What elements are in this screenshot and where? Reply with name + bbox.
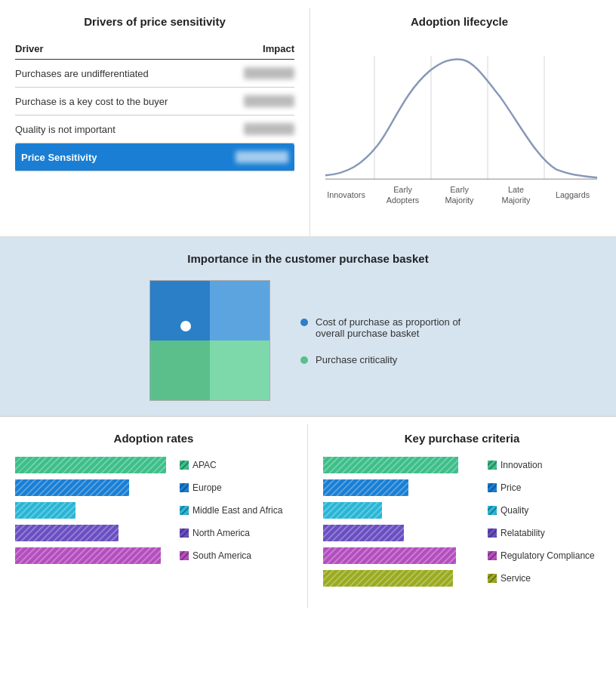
bar-hatch [323, 502, 382, 519]
legend-items: Cost of purchase as proportion of overal… [300, 316, 467, 365]
purchase-panel: Key purchase criteria Innovation Price [308, 424, 616, 608]
bar-row: Europe [15, 479, 292, 496]
bar [323, 525, 404, 541]
bar-label: Quality [488, 505, 528, 516]
bar [15, 525, 119, 541]
bar-row: Middle East and Africa [15, 502, 292, 519]
bar-wrapper [323, 457, 482, 473]
bar-swatch [180, 528, 189, 538]
bar-swatch [180, 461, 189, 470]
bar-swatch [180, 506, 189, 515]
bar-wrapper [15, 502, 174, 519]
table-row: Purchases are undifferentiated Medium [15, 60, 294, 88]
bar-wrapper [323, 525, 482, 541]
bar-row: South America [15, 547, 292, 564]
quadrant-bottom-left [150, 340, 210, 400]
bar-hatch [15, 457, 166, 473]
price-sensitivity-impact: Medium [217, 143, 294, 171]
table-row: Purchase is a key cost to the buyer Medi… [15, 88, 294, 116]
price-sensitivity-label: Price Sensitivity [15, 143, 217, 171]
legend-text: Purchase criticality [316, 354, 397, 365]
bar-swatch [180, 551, 189, 560]
legend-item: Purchase criticality [300, 354, 467, 365]
driver-impact: Medium [217, 60, 294, 88]
bar [15, 479, 129, 496]
bar-label: Price [488, 482, 521, 493]
bar-label: Middle East and Africa [180, 505, 282, 516]
adoption-title: Adoption rates [15, 432, 292, 445]
drivers-panel: Drivers of price sensitivity Driver Impa… [0, 8, 310, 236]
bar-hatch [323, 479, 408, 496]
bar-row: Regulatory Compliance [323, 547, 601, 564]
lifecycle-panel: Adoption lifecycle Innovators Early Adop… [310, 8, 616, 236]
quadrant-top-left [150, 281, 210, 340]
bar-swatch [180, 483, 189, 492]
bar-row: APAC [15, 457, 292, 473]
bar-wrapper [15, 525, 174, 541]
bar-swatch [488, 506, 497, 515]
bar-wrapper [15, 479, 174, 496]
bar-wrapper [323, 570, 482, 587]
bar-label: South America [180, 550, 251, 561]
driver-name: Quality is not important [15, 116, 217, 143]
bar-hatch [323, 525, 404, 541]
bar-hatch [15, 479, 129, 496]
bar-swatch [488, 461, 497, 470]
legend-dot [300, 319, 308, 326]
bar-wrapper [323, 502, 482, 519]
svg-text:Late: Late [508, 185, 524, 194]
bar-hatch [323, 547, 456, 564]
driver-name: Purchase is a key cost to the buyer [15, 88, 217, 116]
importance-section: Importance in the customer purchase bask… [0, 237, 616, 417]
quadrant-chart [149, 280, 270, 401]
table-row: Quality is not important Medium [15, 116, 294, 143]
bar-swatch [488, 551, 497, 560]
bar-label: Relatability [488, 528, 545, 538]
bar-text: Price [500, 482, 521, 493]
col-driver: Driver [15, 40, 217, 60]
importance-content: Cost of purchase as proportion of overal… [23, 280, 593, 401]
bar-hatch [323, 457, 458, 473]
drivers-title: Drivers of price sensitivity [15, 15, 294, 28]
svg-text:Early: Early [450, 185, 469, 194]
svg-text:Early: Early [393, 185, 412, 194]
bar [323, 457, 458, 473]
bar-label: Regulatory Compliance [488, 550, 595, 561]
driver-impact: Medium [217, 88, 294, 116]
quadrant-bottom-right [210, 340, 270, 400]
legend-item: Cost of purchase as proportion of overal… [300, 316, 467, 339]
quadrant-dot [180, 321, 191, 331]
driver-name: Purchases are undifferentiated [15, 60, 217, 88]
purchase-chart: Innovation Price Quality [323, 457, 601, 587]
bar-text: Middle East and Africa [192, 505, 282, 516]
bar-text: Innovation [500, 460, 542, 470]
bar-row: Innovation [323, 457, 601, 473]
lifecycle-title: Adoption lifecycle [318, 15, 601, 28]
svg-text:Innovators: Innovators [327, 190, 365, 199]
adoption-chart: APAC Europe Middle East and Africa [15, 457, 292, 564]
bar-row: Price [323, 479, 601, 496]
bar-label: APAC [180, 460, 217, 470]
purchase-title: Key purchase criteria [323, 432, 601, 445]
bar-row: Quality [323, 502, 601, 519]
bar [15, 547, 161, 564]
bar-hatch [15, 547, 161, 564]
bar-hatch [15, 502, 75, 519]
bar-label: Innovation [488, 460, 542, 470]
lifecycle-svg: Innovators Early Adopters Early Majority… [318, 40, 601, 221]
svg-text:Adopters: Adopters [387, 196, 420, 205]
bar-swatch [488, 528, 497, 538]
quadrant-top-right [210, 281, 270, 340]
bar-text: APAC [192, 460, 217, 470]
bar [323, 547, 456, 564]
bar-text: Quality [500, 505, 528, 516]
bar-swatch [488, 483, 497, 492]
legend-dot [300, 356, 308, 364]
drivers-table: Driver Impact Purchases are undifferenti… [15, 40, 294, 171]
bar [15, 457, 166, 473]
bar [323, 570, 453, 587]
bar [323, 502, 382, 519]
bar-swatch [488, 574, 497, 583]
bar-label: Europe [180, 482, 222, 493]
adoption-panel: Adoption rates APAC Europe [0, 424, 308, 608]
